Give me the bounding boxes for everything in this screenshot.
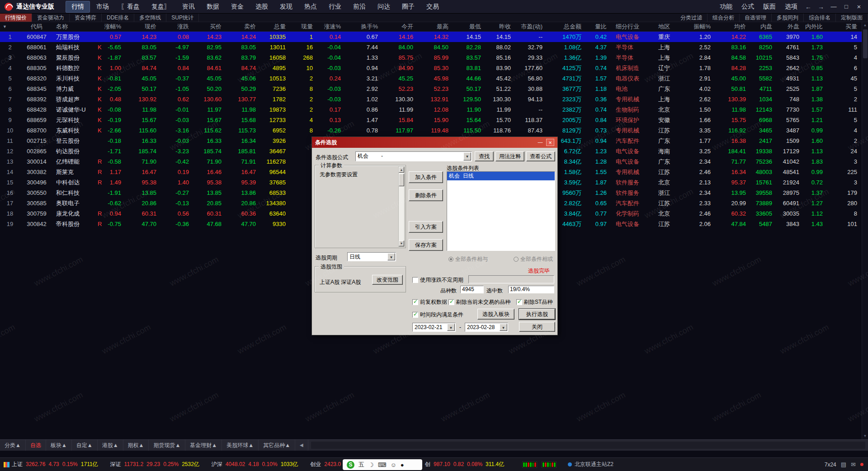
usage-note-button[interactable]: 用法注释 — [495, 151, 524, 161]
table-row[interactable]: 10688700东威科技K-2.66115.60-3.16115.62115.7… — [0, 125, 862, 136]
menu-item[interactable]: 数据 — [201, 1, 225, 12]
add-condition-button[interactable]: 加入条件 — [409, 171, 443, 183]
save-plan-button[interactable]: 保存方案 — [409, 239, 443, 251]
column-header[interactable]: 内外比 — [802, 22, 826, 31]
menu-item[interactable]: 选股 — [250, 1, 274, 12]
scroll-down-icon[interactable]: ▼ — [399, 240, 404, 246]
dialog-minimize-button[interactable]: — — [536, 139, 544, 146]
column-header[interactable]: 今开 — [381, 22, 416, 31]
column-header[interactable] — [95, 22, 103, 31]
toolbar-item[interactable]: 多股同列 — [772, 14, 804, 22]
column-header[interactable]: 涨跌 — [159, 22, 192, 31]
condition-list-item[interactable]: 机会 日线 — [447, 172, 555, 180]
bottom-tab[interactable]: 自选 — [26, 440, 46, 451]
run-selection-button[interactable]: 执行选股 — [519, 309, 555, 320]
toolbar-item[interactable]: 资金博弈 — [70, 14, 102, 22]
chevron-down-icon[interactable]: ▼ — [463, 152, 471, 160]
toolbar-item[interactable]: 分类过滤 — [675, 14, 708, 22]
chevron-down-icon[interactable]: ▼ — [500, 324, 507, 331]
bottom-tab[interactable]: 自定▲ — [72, 440, 98, 451]
change-range-button[interactable]: 改变范围 — [372, 275, 403, 285]
toolbar-item[interactable]: 多空阵线 — [134, 14, 166, 22]
column-header[interactable]: 现量 — [288, 22, 316, 31]
scroll-up-icon[interactable]: ▲ — [862, 22, 868, 28]
ime-keyboard-icon[interactable]: ⌨ — [378, 462, 387, 468]
mail-icon[interactable]: ✉ — [851, 461, 856, 468]
delete-condition-button[interactable]: 删除条件 — [409, 189, 443, 201]
ime-toolbar[interactable]: S 五 ☽ ⌨ ☺ ● — [343, 459, 422, 470]
column-header[interactable]: 换手% — [344, 22, 381, 31]
server-status[interactable]: 北京联通主站Z2 — [568, 458, 613, 471]
chevron-down-icon[interactable]: ▼ — [447, 324, 455, 331]
maximize-button[interactable]: □ — [840, 2, 853, 11]
dialog-close-icon[interactable]: × — [546, 139, 554, 146]
menu-item[interactable]: 公式 — [737, 1, 758, 12]
table-row[interactable]: 5688320禾川科技K-0.8145.05-0.3745.0545.06105… — [0, 73, 862, 84]
scrollbar-thumb[interactable] — [863, 29, 868, 58]
close-button[interactable]: × — [853, 1, 865, 12]
column-header[interactable]: 振幅% — [678, 22, 713, 31]
column-header[interactable]: 内盘 — [749, 22, 775, 31]
toolbar-item[interactable]: 自选管理 — [740, 14, 772, 22]
ime-logo-icon[interactable]: S — [347, 461, 354, 469]
table-row[interactable]: 2688061灿瑞科技K-5.6583.05-4.9782.9583.05130… — [0, 42, 862, 52]
table-row[interactable]: 3688063聚辰股份K-1.8783.57-1.5983.6283.79160… — [0, 52, 862, 63]
column-header[interactable]: 买量 — [826, 22, 862, 31]
column-header[interactable]: 买价 — [192, 22, 224, 31]
radio-all-conditions-and[interactable]: 全部条件相与 — [448, 255, 488, 263]
column-header[interactable]: 涨速% — [316, 22, 344, 31]
ime-moon-icon[interactable]: ☽ — [368, 462, 374, 468]
table-row[interactable]: 8688428诺诚健华-UK-0.0811.98-0.0111.9711.981… — [0, 104, 862, 115]
menu-item[interactable]: 行业 — [323, 1, 347, 12]
table-row[interactable]: 4688305科德数控K1.0084.740.8484.6184.7448951… — [0, 63, 862, 73]
menu-item[interactable]: 市场 — [91, 1, 114, 12]
menu-item[interactable]: 资金 — [226, 1, 249, 12]
ime-penguin-icon[interactable]: ● — [401, 462, 404, 468]
grid-icon[interactable]: ▤ — [841, 461, 846, 468]
bottom-tab[interactable]: 期货现货▲ — [149, 440, 185, 451]
menu-item[interactable]: 发现 — [274, 1, 298, 12]
menu-item[interactable]: 资讯 — [177, 1, 200, 12]
params-scrollbar[interactable]: ▲ ▼ — [398, 166, 405, 247]
column-header[interactable]: 名称 — [53, 22, 95, 31]
scrollbar-thumb[interactable] — [399, 174, 404, 186]
column-header[interactable]: 涨幅% — [103, 22, 124, 31]
checkbox-remove-st[interactable]: 剔除ST品种 — [516, 298, 552, 306]
column-header[interactable]: 总量 — [259, 22, 288, 31]
tab-scrollbar-track[interactable] — [311, 442, 865, 449]
column-header[interactable]: 地区 — [652, 22, 678, 31]
column-header[interactable]: 代码 — [20, 22, 53, 31]
ime-emoji-icon[interactable]: ☺ — [390, 462, 396, 468]
scroll-up-icon[interactable]: ▲ — [399, 167, 404, 173]
toolbar-item[interactable]: 资金驱动力 — [32, 14, 70, 22]
checkbox-forward-adjusted[interactable]: 前复权数据 — [412, 298, 447, 306]
scroll-down-icon[interactable]: ▼ — [862, 433, 868, 439]
table-row[interactable]: 1600847万里股份0.5714.230.0814.2314.24103351… — [0, 32, 862, 42]
tab-scroll-left[interactable]: ◀ — [295, 440, 308, 451]
dialog-close-button[interactable]: 关闭 — [519, 322, 555, 332]
menu-item[interactable]: 行情 — [66, 1, 90, 13]
table-row[interactable]: 7688392骄成超声K0.48130.920.62130.60130.7717… — [0, 94, 862, 104]
view-formula-button[interactable]: 查看公式 — [526, 151, 555, 161]
menu-item[interactable]: 交易 — [421, 1, 444, 12]
select-into-block-button[interactable]: 选股入板块 — [477, 309, 514, 320]
toolbar-item[interactable]: DDE排名 — [102, 14, 134, 22]
menu-item[interactable]: 圈子 — [396, 1, 420, 12]
condition-listbox[interactable]: 机会 日线 — [447, 171, 555, 251]
menu-item[interactable]: 选项 — [781, 1, 802, 12]
menu-item[interactable]: 前沿 — [348, 1, 371, 12]
date-from-combobox[interactable]: 2023-02-21 ▼ — [412, 323, 456, 332]
column-header[interactable]: 总金额 — [545, 22, 584, 31]
find-button[interactable]: 查找 — [475, 151, 494, 161]
column-header[interactable]: 量比 — [584, 22, 609, 31]
column-header[interactable]: 最低 — [451, 22, 484, 31]
bottom-tab[interactable]: 期权▲ — [123, 440, 149, 451]
toolbar-item[interactable]: 行情报价 — [0, 14, 32, 22]
minimize-button[interactable]: — — [827, 2, 840, 11]
bottom-tab[interactable]: 板块▲ — [46, 440, 72, 451]
column-header[interactable]: 均价 — [713, 22, 749, 31]
column-header[interactable]: 市盈(动) — [514, 22, 545, 31]
toolbar-item[interactable]: SUP统计 — [166, 14, 199, 22]
menu-item[interactable]: 功能 — [716, 1, 736, 12]
date-to-combobox[interactable]: 2023-02-28 ▼ — [465, 323, 508, 332]
